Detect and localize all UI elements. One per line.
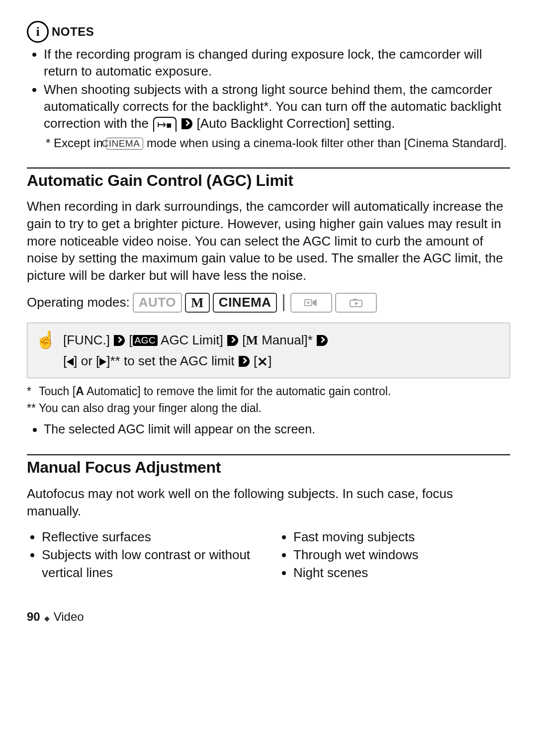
left-arrow-icon <box>67 358 74 366</box>
camera-settings-tab-icon: ↦■ <box>153 117 177 132</box>
diamond-icon: ◆ <box>44 614 50 623</box>
footer-section: Video <box>54 609 84 624</box>
agc-section: Automatic Gain Control (AGC) Limit When … <box>27 168 510 438</box>
focus-right-2: Through wet windows <box>293 546 510 564</box>
operating-modes-label: Operating modes: <box>27 294 130 311</box>
auto-a-icon: A <box>76 385 84 398</box>
agc-footnote-1: *Touch [A Automatic] to remove the limit… <box>27 384 510 399</box>
proc-func: [FUNC.] <box>63 333 110 347</box>
chevron-step-icon <box>114 335 125 346</box>
close-x-icon: ✕ <box>257 355 268 368</box>
focus-heading: Manual Focus Adjustment <box>27 457 510 478</box>
notes-bullet-list: If the recording program is changed duri… <box>27 46 510 132</box>
page-footer: 90 ◆ Video <box>27 609 510 624</box>
proc-agc-text: AGC Limit] <box>158 333 223 347</box>
agc-footnote-2: **You can also drag your finger along th… <box>27 401 510 416</box>
agc-post-bullet-1: The selected AGC limit will appear on th… <box>44 421 510 438</box>
m-icon: M <box>246 333 258 347</box>
mode-auto: AUTO <box>133 293 182 313</box>
svg-marker-5 <box>355 302 358 305</box>
agc-procedure-steps: [FUNC.] [AGC AGC Limit] [M Manual]* [] o… <box>63 330 328 371</box>
mode-movie-play-icon <box>290 293 332 313</box>
right-arrow-icon <box>99 358 106 366</box>
focus-subjects-columns: Reflective surfaces Subjects with low co… <box>27 528 510 582</box>
mode-separator <box>283 294 284 311</box>
mode-cinema: CINEMA <box>213 293 277 313</box>
chevron-step-icon <box>239 356 250 367</box>
notes-bullet-2-post: [Auto Backlight Correction] setting. <box>197 116 395 131</box>
notes-bullet-2: When shooting subjects with a strong lig… <box>44 81 510 132</box>
notes-header: i NOTES <box>27 21 510 43</box>
chevron-step-icon <box>317 335 328 346</box>
mode-photo-play-icon <box>335 293 377 313</box>
notes-footnote-post: mode when using a cinema-look filter oth… <box>147 136 507 150</box>
notes-bullet-1: If the recording program is changed duri… <box>44 46 510 80</box>
agc-heading: Automatic Gain Control (AGC) Limit <box>27 170 510 191</box>
cinema-mode-pill: CINEMA <box>106 138 143 150</box>
notes-footnote-pre: * Except in <box>46 136 106 150</box>
svg-marker-1 <box>313 299 317 306</box>
focus-subjects-left: Reflective surfaces Subjects with low co… <box>27 528 259 582</box>
svg-rect-4 <box>353 299 357 301</box>
touch-hand-icon: ☝ <box>35 331 56 348</box>
focus-lead: Autofocus may not work well on the follo… <box>27 485 510 519</box>
page-number: 90 <box>27 609 40 624</box>
focus-left-1: Reflective surfaces <box>42 528 259 546</box>
agc-lead: When recording in dark surroundings, the… <box>27 198 510 284</box>
notes-footnote: * Except in CINEMA mode when using a cin… <box>46 135 510 151</box>
operating-modes-row: Operating modes: AUTO M CINEMA <box>27 293 510 313</box>
proc-or: ] or [ <box>74 353 99 368</box>
chevron-step-icon <box>227 335 238 346</box>
focus-subjects-right: Fast moving subjects Through wet windows… <box>278 528 510 582</box>
focus-right-3: Night scenes <box>293 564 510 582</box>
agc-post-bullets: The selected AGC limit will appear on th… <box>27 421 510 438</box>
svg-marker-2 <box>307 301 310 304</box>
fn1-rest: Automatic] to remove the limit for the a… <box>84 385 391 398</box>
agc-chip-icon: AGC <box>133 335 158 346</box>
mode-m: M <box>185 293 210 313</box>
focus-left-2: Subjects with low contrast or without ve… <box>42 546 259 582</box>
proc-arrows-text: ]** to set the AGC limit <box>106 353 234 368</box>
focus-section: Manual Focus Adjustment Autofocus may no… <box>27 454 510 582</box>
chevron-step-icon <box>181 118 192 129</box>
focus-right-1: Fast moving subjects <box>293 528 510 546</box>
fn1-pre: Touch [ <box>39 385 76 398</box>
agc-procedure-panel: ☝ [FUNC.] [AGC AGC Limit] [M Manual]* []… <box>27 323 510 378</box>
fn2-text: You can also drag your finger along the … <box>39 402 262 415</box>
notes-header-label: NOTES <box>52 24 94 39</box>
info-icon: i <box>27 21 49 43</box>
manual-page: i NOTES If the recording program is chan… <box>0 0 537 756</box>
proc-manual-text: Manual]* <box>258 333 313 347</box>
